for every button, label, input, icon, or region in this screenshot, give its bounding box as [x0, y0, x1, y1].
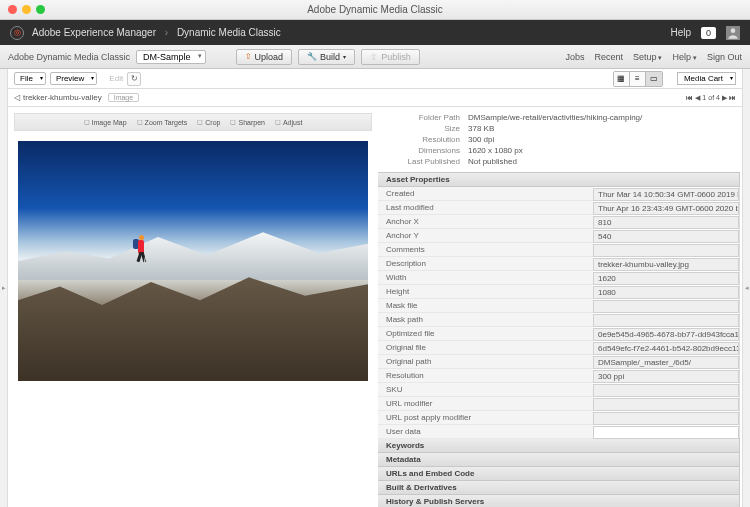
adjust-tool[interactable]: Adjust [275, 118, 302, 126]
property-label: Anchor Y [378, 229, 593, 243]
list-view-icon[interactable]: ≡ [630, 72, 646, 86]
property-value[interactable]: Thur Apr 16 23:43:49 GMT-0600 2020 by ms [593, 202, 739, 215]
project-crumb[interactable]: Adobe Dynamic Media Classic [8, 52, 130, 62]
property-value[interactable] [593, 426, 739, 439]
window-title: Adobe Dynamic Media Classic [0, 4, 750, 15]
property-label: Mask file [378, 299, 593, 313]
section-header[interactable]: Keywords [378, 438, 740, 453]
imagemap-tool[interactable]: Image Map [84, 118, 127, 126]
pager-total: 4 [716, 94, 720, 101]
property-value[interactable]: DMSample/_master_/6d5/ [593, 356, 739, 369]
property-value[interactable]: 6d549efc-f7e2-4461-b542-802bd9ecc13d.jpg [593, 342, 739, 355]
property-value[interactable] [593, 384, 739, 397]
property-row: Anchor X810 [378, 215, 739, 229]
property-value[interactable]: 0e9e545d-4965-4678-bb77-dd943fcca1f8.tif [593, 328, 739, 341]
build-button[interactable]: Build ▾ [298, 49, 355, 65]
project-dropdown[interactable]: DM-Sample [136, 50, 206, 64]
dim-value: 1620 x 1080 px [468, 146, 523, 155]
setup-dropdown[interactable]: Setup [633, 52, 662, 62]
upload-button[interactable]: Upload [236, 49, 293, 65]
section-header[interactable]: History & Publish Servers [378, 494, 740, 507]
property-label: Mask path [378, 313, 593, 327]
publish-label: Publish [381, 52, 411, 62]
publish-button[interactable]: ⇪ Publish [361, 49, 420, 65]
image-panel: Image Map Zoom Targets Crop Sharpen Adju… [8, 107, 378, 507]
section-header[interactable]: Metadata [378, 452, 740, 467]
preview-dropdown[interactable]: Preview [50, 72, 97, 85]
property-value[interactable]: Thur Mar 14 10:50:34 GMT-0600 2019 by th [593, 188, 739, 201]
property-label: User data [378, 425, 593, 439]
detail-view-icon[interactable]: ▭ [646, 72, 662, 86]
section-header[interactable]: URLs and Embed Code [378, 466, 740, 481]
property-value[interactable] [593, 412, 739, 425]
property-value[interactable] [593, 300, 739, 313]
chevron-right-icon: › [165, 27, 168, 38]
property-value[interactable]: 1620 [593, 272, 739, 285]
property-row: Descriptiontrekker-khumbu-valley.jpg [378, 257, 739, 271]
image-tools: Image Map Zoom Targets Crop Sharpen Adju… [14, 113, 372, 131]
property-row: Original file6d549efc-f7e2-4461-b542-802… [378, 341, 739, 355]
property-row: Original pathDMSample/_master_/6d5/ [378, 355, 739, 369]
folder-label: Folder Path [388, 113, 468, 122]
pub-value: Not published [468, 157, 517, 166]
property-label: Anchor X [378, 215, 593, 229]
property-value[interactable]: 300 ppi [593, 370, 739, 383]
property-value[interactable]: 1080 [593, 286, 739, 299]
signout-link[interactable]: Sign Out [707, 52, 742, 62]
breadcrumb-area[interactable]: Dynamic Media Classic [177, 27, 281, 38]
notification-count[interactable]: 0 [701, 27, 716, 39]
pager-prev-icon[interactable]: ◀ [695, 94, 700, 102]
refresh-icon[interactable]: ↻ [127, 72, 141, 86]
asset-type-tag: Image [108, 93, 139, 102]
pager-last-icon[interactable]: ⏭ [729, 94, 736, 101]
property-value[interactable] [593, 314, 739, 327]
property-row: User data [378, 425, 739, 439]
property-row: Mask path [378, 313, 739, 327]
property-label: Created [378, 187, 593, 201]
edit-label: Edit [109, 74, 123, 83]
file-dropdown[interactable]: File [14, 72, 46, 85]
pager-first-icon[interactable]: ⏮ [686, 94, 693, 101]
back-button[interactable]: trekker-khumbu-valley [14, 93, 102, 102]
property-label: Original file [378, 341, 593, 355]
property-label: Optimized file [378, 327, 593, 341]
file-toolbar: File Preview Edit ↻ ▦ ≡ ▭ Media Cart [8, 69, 742, 89]
section-header[interactable]: Built & Derivatives [378, 480, 740, 495]
property-row: URL modifier [378, 397, 739, 411]
view-toggle[interactable]: ▦ ≡ ▭ [613, 71, 663, 87]
user-avatar-icon[interactable] [726, 26, 740, 40]
property-value[interactable] [593, 244, 739, 257]
jobs-link[interactable]: Jobs [565, 52, 584, 62]
property-value[interactable]: 810 [593, 216, 739, 229]
asset-preview-image[interactable] [18, 141, 368, 381]
recent-link[interactable]: Recent [594, 52, 623, 62]
media-cart-dropdown[interactable]: Media Cart [677, 72, 736, 85]
svg-point-0 [731, 28, 736, 33]
property-value[interactable] [593, 398, 739, 411]
expand-left-rail[interactable] [0, 69, 8, 507]
metadata-panel: Folder PathDMSample/we-retail/en/activit… [378, 107, 742, 507]
property-row: URL post apply modifier [378, 411, 739, 425]
help-dropdown[interactable]: Help [673, 52, 697, 62]
asset-properties-header[interactable]: Asset Properties [378, 172, 740, 187]
asset-bar: trekker-khumbu-valley Image ⏮ ◀ 1 of 4 ▶… [8, 89, 742, 107]
crop-tool[interactable]: Crop [197, 118, 220, 126]
property-value[interactable]: trekker-khumbu-valley.jpg [593, 258, 739, 271]
sharpen-tool[interactable]: Sharpen [230, 118, 264, 126]
size-label: Size [388, 124, 468, 133]
pub-label: Last Published [388, 157, 468, 166]
expand-right-rail[interactable] [742, 69, 750, 507]
app-topbar: ◎ Adobe Experience Manager › Dynamic Med… [0, 20, 750, 45]
property-row: Mask file [378, 299, 739, 313]
breadcrumb: Adobe Experience Manager › Dynamic Media… [32, 27, 281, 38]
breadcrumb-product[interactable]: Adobe Experience Manager [32, 27, 156, 38]
help-link[interactable]: Help [670, 27, 691, 38]
hiker-icon [130, 232, 152, 264]
property-label: URL modifier [378, 397, 593, 411]
property-label: Comments [378, 243, 593, 257]
grid-view-icon[interactable]: ▦ [614, 72, 630, 86]
zoomtargets-tool[interactable]: Zoom Targets [137, 118, 188, 126]
pager-next-icon[interactable]: ▶ [722, 94, 727, 102]
property-value[interactable]: 540 [593, 230, 739, 243]
property-label: Last modified [378, 201, 593, 215]
